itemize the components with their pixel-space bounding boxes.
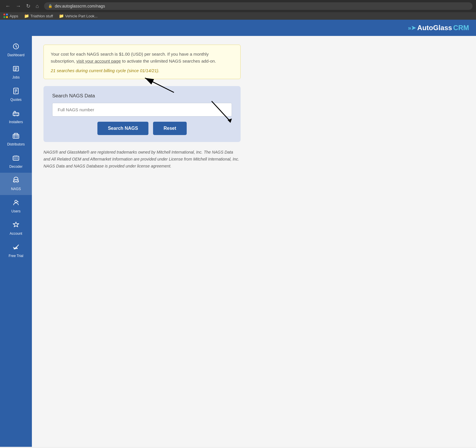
refresh-button[interactable]: ↻ bbox=[24, 2, 32, 10]
main-wrapper: Dashboard Jobs Quotes Installers bbox=[0, 36, 476, 447]
svg-rect-20 bbox=[14, 159, 15, 159]
apps-bookmark[interactable]: Apps bbox=[3, 14, 18, 18]
triathlon-label: Triathlon stuff bbox=[30, 14, 53, 18]
svg-point-11 bbox=[17, 115, 18, 116]
sidebar-item-installers[interactable]: Installers bbox=[0, 106, 32, 128]
svg-point-10 bbox=[14, 115, 15, 116]
account-page-link[interactable]: visit your account page bbox=[76, 59, 121, 63]
address-bar[interactable]: 🔒 dev.autoglasscrm.com/nags bbox=[44, 2, 473, 10]
sidebar-label-dashboard: Dashboard bbox=[8, 53, 25, 57]
dashboard-icon bbox=[12, 43, 19, 52]
vehicle-bookmark[interactable]: 📁 Vehicle Part Look... bbox=[59, 14, 98, 18]
decoder-icon bbox=[12, 154, 19, 163]
triathlon-bookmark[interactable]: 📁 Triathlon stuff bbox=[24, 14, 53, 18]
svg-rect-19 bbox=[17, 157, 18, 158]
sidebar-label-account: Account bbox=[10, 232, 22, 236]
bookmarks-bar: Apps 📁 Triathlon stuff 📁 Vehicle Part Lo… bbox=[0, 12, 476, 20]
sidebar: Dashboard Jobs Quotes Installers bbox=[0, 36, 32, 447]
notice-text-after: to activate the unlimited NAGS searches … bbox=[121, 59, 216, 63]
svg-rect-16 bbox=[13, 156, 19, 160]
svg-rect-22 bbox=[17, 159, 18, 159]
svg-rect-17 bbox=[14, 157, 15, 158]
installers-icon bbox=[12, 110, 19, 119]
account-icon bbox=[12, 221, 19, 230]
search-nags-button[interactable]: Search NAGS bbox=[97, 122, 148, 135]
sidebar-label-freetrial: Free Trial bbox=[9, 254, 23, 258]
users-icon bbox=[12, 199, 19, 208]
logo-arrow-icon: »➤ bbox=[408, 24, 416, 31]
sidebar-item-dashboard[interactable]: Dashboard bbox=[0, 39, 32, 61]
sidebar-label-quotes: Quotes bbox=[10, 98, 22, 102]
url-text: dev.autoglasscrm.com/nags bbox=[55, 4, 105, 8]
sidebar-item-nags[interactable]: NAGS bbox=[0, 173, 32, 195]
lock-icon: 🔒 bbox=[48, 4, 52, 8]
svg-rect-21 bbox=[15, 159, 16, 159]
svg-point-23 bbox=[14, 181, 15, 183]
logo-autoglass-text: AutoGlass bbox=[417, 24, 452, 32]
distributors-icon bbox=[12, 132, 19, 141]
quotes-icon bbox=[12, 88, 19, 96]
sidebar-item-users[interactable]: Users bbox=[0, 195, 32, 217]
nav-buttons: ← → ↻ ⌂ bbox=[3, 2, 41, 10]
app-container: »➤ AutoGlass CRM Dashboard Jobs bbox=[0, 20, 476, 447]
freetrial-icon bbox=[12, 244, 19, 252]
sidebar-label-users: Users bbox=[11, 209, 20, 213]
sidebar-item-freetrial[interactable]: Free Trial bbox=[0, 240, 32, 262]
logo-crm-text: CRM bbox=[453, 24, 469, 32]
svg-point-25 bbox=[15, 200, 17, 203]
sidebar-item-distributors[interactable]: Distributors bbox=[0, 128, 32, 150]
sidebar-label-decoder: Decoder bbox=[9, 165, 22, 169]
back-button[interactable]: ← bbox=[3, 3, 12, 10]
home-button[interactable]: ⌂ bbox=[34, 3, 41, 10]
sidebar-label-distributors: Distributors bbox=[7, 142, 25, 146]
jobs-icon bbox=[12, 65, 19, 74]
sidebar-label-jobs: Jobs bbox=[12, 75, 19, 79]
folder-icon: 📁 bbox=[24, 14, 29, 18]
svg-rect-12 bbox=[13, 134, 19, 138]
apps-grid-icon bbox=[3, 14, 8, 18]
apps-label: Apps bbox=[10, 14, 18, 18]
app-header: »➤ AutoGlass CRM bbox=[0, 20, 476, 36]
svg-rect-18 bbox=[15, 157, 16, 158]
logo: »➤ AutoGlass CRM bbox=[408, 24, 469, 32]
notice-box: Your cost for each NAGS search is $1.00 … bbox=[43, 45, 241, 79]
content-area: Your cost for each NAGS search is $1.00 … bbox=[32, 36, 476, 447]
notice-italic-text: 21 searches during current billing cycle… bbox=[51, 68, 233, 73]
svg-point-24 bbox=[17, 181, 18, 183]
reset-button[interactable]: Reset bbox=[153, 122, 187, 135]
disclaimer-text: NAGS® and GlassMate® are registered trad… bbox=[43, 149, 241, 170]
vehicle-label: Vehicle Part Look... bbox=[65, 14, 98, 18]
search-title: Search NAGS Data bbox=[52, 93, 232, 99]
search-box: Search NAGS Data Search NAGS Reset bbox=[43, 86, 241, 142]
nags-search-input[interactable] bbox=[52, 103, 232, 116]
sidebar-label-nags: NAGS bbox=[11, 187, 21, 191]
folder2-icon: 📁 bbox=[59, 14, 64, 18]
browser-chrome: ← → ↻ ⌂ 🔒 dev.autoglasscrm.com/nags bbox=[0, 0, 476, 12]
sidebar-item-account[interactable]: Account bbox=[0, 217, 32, 240]
forward-button[interactable]: → bbox=[14, 3, 23, 10]
button-row: Search NAGS Reset bbox=[52, 122, 232, 135]
notice-text: Your cost for each NAGS search is $1.00 … bbox=[51, 51, 233, 65]
sidebar-item-jobs[interactable]: Jobs bbox=[0, 61, 32, 83]
sidebar-label-installers: Installers bbox=[9, 120, 23, 124]
svg-rect-9 bbox=[13, 113, 19, 116]
nags-icon bbox=[12, 177, 19, 185]
sidebar-item-decoder[interactable]: Decoder bbox=[0, 150, 32, 173]
sidebar-item-quotes[interactable]: Quotes bbox=[0, 83, 32, 106]
